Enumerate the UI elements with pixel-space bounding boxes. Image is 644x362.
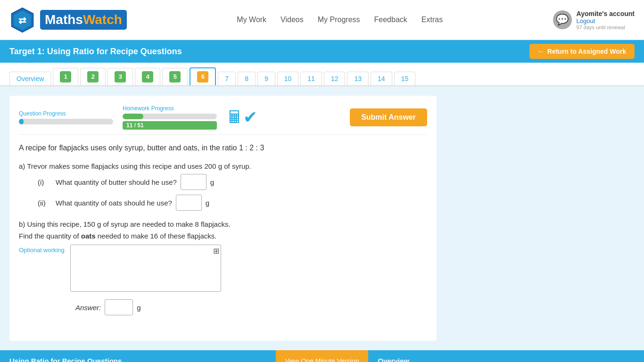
tab-6[interactable]: 6 — [190, 67, 216, 85]
account-icon: 💬 — [553, 10, 572, 29]
header: ⇄ MathsWatch My Work Videos My Progress … — [0, 0, 644, 40]
homework-progress-bar — [123, 114, 217, 119]
tab-7[interactable]: 7 — [218, 72, 236, 85]
part-b-line2: Find the quantity of oats needed to make… — [19, 232, 427, 240]
tab-number-1: 1 — [60, 71, 71, 82]
part-a-ii-input[interactable] — [176, 195, 202, 211]
optional-label: Optional working — [19, 245, 65, 254]
tab-9[interactable]: 9 — [257, 72, 275, 85]
logo-icon: ⇄ — [9, 7, 35, 33]
tab-13[interactable]: 13 — [347, 72, 369, 85]
logo-watch: Watch — [83, 12, 122, 27]
tab-2[interactable]: 2 — [80, 68, 106, 85]
part-a-i-row: (i) What quantity of butter should he us… — [38, 174, 427, 190]
question-intro: A recipe for flapjacks uses only syrup, … — [19, 142, 427, 154]
part-a-i-index: (i) — [38, 178, 52, 186]
tabs-bar: Overview 123456789101112131415 — [0, 63, 644, 86]
logout-link[interactable]: Logout — [577, 17, 595, 25]
answer-b-label: Answer: — [75, 304, 101, 312]
question-progress-bar — [19, 119, 113, 124]
logo-maths: Maths — [45, 12, 83, 27]
footer-bar: Using Ratio for Recipe Questions View On… — [0, 350, 644, 362]
nav-area: My Work Videos My Progress Feedback Extr… — [237, 16, 443, 24]
nav-feedback[interactable]: Feedback — [374, 16, 407, 24]
tab-3[interactable]: 3 — [107, 68, 133, 85]
progress-row: Question Progress Homework Progress 11 /… — [19, 105, 427, 135]
optional-working-section: Optional working ⊞ — [19, 245, 427, 294]
part-a-i-input[interactable] — [181, 174, 206, 190]
tab-number-2: 2 — [87, 71, 99, 82]
tab-number-4: 4 — [142, 71, 153, 82]
part-b-bold: oats — [81, 232, 96, 240]
part-a: a) Trevor makes some flapjacks using thi… — [19, 162, 427, 211]
tab-number-3: 3 — [115, 71, 126, 82]
nav-my-work[interactable]: My Work — [237, 16, 266, 24]
part-a-ii-row: (ii) What quantity of oats should he use… — [38, 195, 427, 211]
homework-progress-item: Homework Progress 11 / 51 — [123, 105, 217, 130]
part-a-ii-unit: g — [206, 199, 209, 207]
nav-extras[interactable]: Extras — [421, 16, 443, 24]
view-one-minute-button[interactable]: View One Minute Version — [276, 350, 369, 362]
tab-11[interactable]: 11 — [300, 72, 322, 85]
homework-progress-label: Homework Progress — [123, 105, 217, 112]
submit-answer-button[interactable]: Submit Answer — [350, 108, 427, 126]
tab-5[interactable]: 5 — [162, 68, 188, 85]
part-a-label: a) Trevor makes some flapjacks using thi… — [19, 162, 427, 170]
question-area: Question Progress Homework Progress 11 /… — [9, 96, 437, 341]
part-a-i-text: What quantity of butter should he use? — [56, 178, 177, 186]
tab-4[interactable]: 4 — [135, 68, 160, 85]
tab-14[interactable]: 14 — [371, 72, 392, 85]
calculator-icon[interactable]: 🖩✔ — [226, 107, 257, 127]
tab-number-6: 6 — [197, 71, 208, 82]
target-bar: Target 1: Using Ratio for Recipe Questio… — [0, 40, 644, 63]
logo-area: ⇄ MathsWatch — [9, 7, 127, 33]
nav-videos[interactable]: Videos — [281, 16, 304, 24]
part-a-i-unit: g — [210, 178, 214, 186]
footer-right-label: Overview — [368, 350, 644, 362]
tab-overview[interactable]: Overview — [9, 72, 51, 85]
part-a-ii-index: (ii) — [38, 199, 52, 207]
answer-b-input[interactable] — [105, 299, 133, 315]
target-title: Target 1: Using Ratio for Recipe Questio… — [9, 47, 182, 57]
footer-left-label: Using Ratio for Recipe Questions — [0, 357, 276, 362]
answer-b-unit: g — [137, 304, 140, 312]
answer-b-row: Answer: g — [75, 299, 427, 315]
part-b: b) Using this recipe, 150 g of syrup are… — [19, 220, 427, 315]
main-content: Question Progress Homework Progress 11 /… — [0, 86, 644, 350]
tab-10[interactable]: 10 — [277, 72, 299, 85]
question-progress-item: Question Progress — [19, 110, 113, 124]
svg-text:⇄: ⇄ — [18, 15, 26, 25]
working-textarea[interactable] — [70, 245, 221, 292]
return-to-assigned-work-button[interactable]: ← Return to Assigned Work — [529, 44, 635, 59]
account-text: Ayomite's account Logout 97 days until r… — [577, 10, 635, 30]
tab-number-5: 5 — [169, 71, 181, 82]
account-name: Ayomite's account — [577, 10, 635, 17]
tab-15[interactable]: 15 — [394, 72, 416, 85]
nav-my-progress[interactable]: My Progress — [318, 16, 360, 24]
tab-12[interactable]: 12 — [324, 72, 346, 85]
working-textarea-wrap: ⊞ — [70, 245, 221, 294]
account-area: 💬 Ayomite's account Logout 97 days until… — [553, 10, 635, 30]
homework-progress-fill — [123, 114, 143, 119]
question-progress-fill — [19, 119, 24, 124]
tab-8[interactable]: 8 — [238, 72, 256, 85]
logo-text: MathsWatch — [40, 10, 127, 30]
part-a-ii-text: What quantity of oats should he use? — [56, 199, 172, 207]
tab-1[interactable]: 1 — [53, 68, 78, 85]
expand-textarea-button[interactable]: ⊞ — [213, 247, 219, 255]
right-panel — [437, 96, 635, 341]
homework-badge: 11 / 51 — [123, 121, 217, 130]
renewal-text: 97 days until renewal — [577, 25, 625, 30]
arrow-left-icon: ← — [538, 48, 545, 55]
question-progress-label: Question Progress — [19, 110, 113, 117]
part-b-line1: b) Using this recipe, 150 g of syrup are… — [19, 220, 427, 228]
